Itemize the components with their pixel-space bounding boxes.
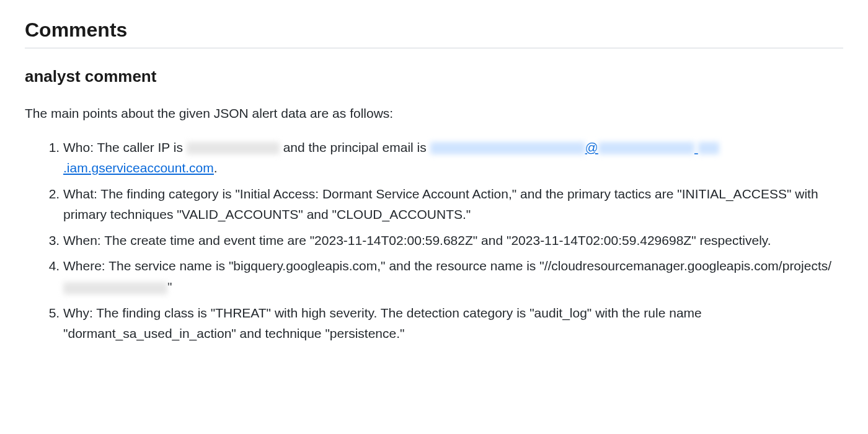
redacted-email-domain-right-icon [698,142,719,154]
points-list: Who: The caller IP is and the principal … [25,137,843,344]
analyst-comment-heading: analyst comment [25,67,843,86]
email-visible-tail: .iam.gserviceaccount.com [63,161,214,175]
where-suffix: " [167,280,172,294]
list-item-what: What: The finding category is "Initial A… [63,184,843,225]
list-item-when: When: The create time and event time are… [63,230,843,251]
list-item-where: Where: The service name is "bigquery.goo… [63,255,843,297]
list-item-who: Who: The caller IP is and the principal … [63,137,843,179]
who-prefix: Who: The caller IP is [63,140,187,154]
redacted-email-local-icon [430,142,585,154]
who-suffix: . [214,161,218,175]
where-prefix: Where: The service name is "bigquery.goo… [63,259,831,273]
intro-paragraph: The main points about the given JSON ale… [25,104,843,123]
at-symbol: @ [585,140,598,154]
redacted-ip-icon [187,142,280,154]
redacted-email-domain-left-icon [598,142,694,154]
who-mid: and the principal email is [280,140,430,154]
redacted-project-icon [63,282,167,294]
comments-heading: Comments [25,19,843,42]
list-item-why: Why: The finding class is "THREAT" with … [63,303,843,344]
divider [25,48,843,48]
